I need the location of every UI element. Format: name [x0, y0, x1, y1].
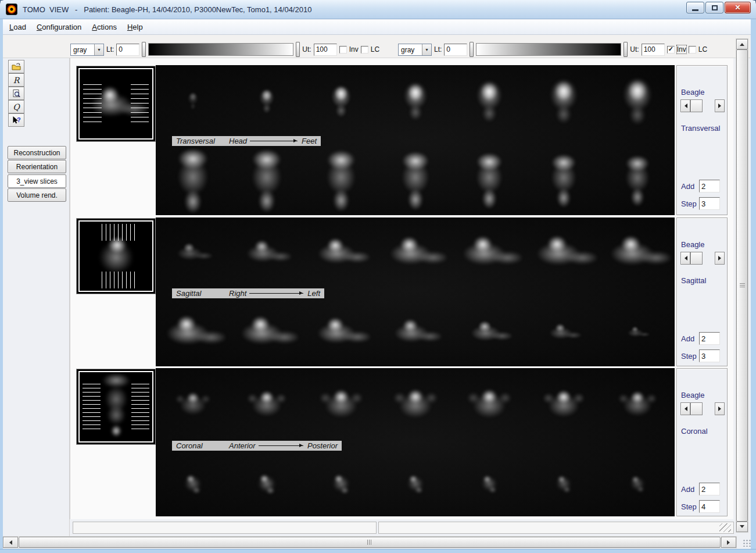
title-bar[interactable]: TOMO VIEW - Patient: Beagle-PH, 14/04/20… [0, 0, 756, 19]
slice-image[interactable] [378, 148, 453, 214]
slice-image[interactable] [452, 300, 526, 365]
nav-left-button[interactable] [680, 99, 690, 112]
slice-image[interactable] [378, 300, 453, 365]
slice-image[interactable] [378, 451, 453, 515]
slice-image[interactable] [304, 451, 378, 515]
add-input[interactable] [699, 332, 720, 345]
slice-image[interactable] [156, 148, 230, 214]
lut-upper-slider[interactable] [296, 42, 300, 57]
vertical-scrollbar[interactable] [736, 38, 748, 533]
nav-right-button[interactable] [715, 252, 725, 265]
slice-image[interactable] [452, 219, 526, 287]
nav-scrollbar-thumb[interactable] [690, 99, 703, 112]
slice-image[interactable] [378, 66, 453, 135]
lut-gradient-bar[interactable] [148, 43, 293, 56]
slice-image[interactable] [600, 300, 675, 365]
lut-lower-slider[interactable] [142, 42, 146, 57]
maximize-button[interactable] [705, 2, 723, 13]
slice-image[interactable] [304, 369, 378, 438]
nav-left-button[interactable] [680, 402, 690, 415]
slice-image[interactable] [156, 369, 230, 438]
scroll-left-button[interactable] [3, 537, 18, 548]
slice-image[interactable] [600, 148, 675, 214]
slice-image[interactable] [452, 369, 526, 438]
slice-image[interactable] [600, 66, 675, 135]
lc-checkbox[interactable] [361, 46, 368, 53]
slice-image[interactable] [304, 66, 378, 135]
bottom-panel-scrollbar-right[interactable] [378, 522, 734, 534]
nav-left-button[interactable] [680, 252, 690, 265]
close-button[interactable]: ✕ [725, 2, 751, 13]
colormap-select[interactable]: gray ▼ [70, 44, 104, 56]
lc-checkbox[interactable] [689, 46, 696, 53]
scout-thumbnail[interactable] [76, 66, 156, 142]
slice-image[interactable] [304, 148, 378, 214]
open-study-button[interactable] [8, 60, 24, 73]
scroll-right-button[interactable] [721, 537, 736, 548]
slice-image[interactable] [230, 300, 304, 365]
reorient-tool-button[interactable]: R [8, 73, 24, 87]
slice-image[interactable] [230, 369, 304, 438]
volume-rendering-button[interactable]: Volume rend. [8, 188, 66, 202]
slice-image[interactable] [304, 300, 378, 365]
bottom-panel-scrollbar-left[interactable] [73, 522, 377, 534]
menu-item-actions[interactable]: Actions [87, 20, 122, 34]
nav-right-button[interactable] [715, 402, 725, 415]
step-input[interactable] [699, 197, 720, 210]
ut-input[interactable] [314, 44, 337, 56]
step-input[interactable] [699, 349, 720, 362]
slice-image[interactable] [156, 300, 230, 365]
menu-item-help[interactable]: Help [122, 20, 148, 34]
menu-item-configuration[interactable]: Configuration [31, 20, 87, 34]
menu-item-load[interactable]: Load [4, 20, 31, 34]
lt-input[interactable] [444, 44, 467, 56]
lt-input[interactable] [116, 44, 139, 56]
slice-image[interactable] [526, 451, 601, 515]
slice-image[interactable] [304, 219, 378, 287]
add-input[interactable] [699, 180, 720, 192]
slice-image[interactable] [378, 369, 453, 438]
slice-image[interactable] [452, 451, 526, 515]
vertical-scrollbar-thumb[interactable] [736, 49, 748, 522]
step-input[interactable] [699, 500, 720, 513]
inv-checkbox[interactable] [339, 46, 347, 53]
inv-checkbox[interactable] [667, 46, 675, 53]
lut-upper-slider[interactable] [624, 42, 628, 57]
slice-image[interactable] [156, 451, 230, 515]
slice-image[interactable] [230, 148, 304, 214]
panel-resize-grip[interactable] [719, 523, 731, 532]
slice-image[interactable] [526, 300, 601, 365]
scroll-down-button[interactable] [736, 522, 748, 532]
slice-image[interactable] [156, 219, 230, 287]
slice-image[interactable] [452, 66, 526, 135]
slice-image[interactable] [526, 219, 601, 287]
slice-image[interactable] [156, 66, 230, 135]
slice-image[interactable] [600, 369, 675, 438]
scout-thumbnail[interactable] [76, 218, 156, 294]
slice-image[interactable] [378, 219, 453, 287]
nav-scrollbar-thumb[interactable] [690, 402, 703, 415]
horizontal-scrollbar[interactable] [2, 536, 737, 548]
quantify-tool-button[interactable]: Q [8, 100, 24, 113]
three-view-slices-button[interactable]: 3_view slices [8, 174, 66, 188]
slice-image[interactable] [526, 148, 601, 214]
slice-image[interactable] [600, 451, 675, 515]
slice-image[interactable] [230, 66, 304, 135]
add-input[interactable] [699, 483, 720, 495]
minimize-button[interactable] [686, 2, 704, 13]
slice-image[interactable] [526, 66, 601, 135]
slice-image[interactable] [230, 219, 304, 287]
reconstruction-button[interactable]: Reconstruction [8, 146, 66, 159]
horizontal-scrollbar-thumb[interactable] [19, 537, 721, 548]
slice-image[interactable] [230, 451, 304, 515]
lut-lower-slider[interactable] [470, 42, 474, 57]
nav-scrollbar-thumb[interactable] [690, 252, 703, 265]
scout-thumbnail[interactable] [76, 369, 156, 445]
lut-gradient-bar[interactable] [476, 43, 621, 56]
reorientation-button[interactable]: Reorientation [8, 160, 66, 173]
nav-right-button[interactable] [715, 99, 725, 112]
scroll-up-button[interactable] [736, 39, 748, 49]
slice-image[interactable] [600, 219, 675, 287]
context-help-button[interactable]: ? [8, 113, 24, 127]
colormap-select[interactable]: gray ▼ [398, 44, 432, 56]
